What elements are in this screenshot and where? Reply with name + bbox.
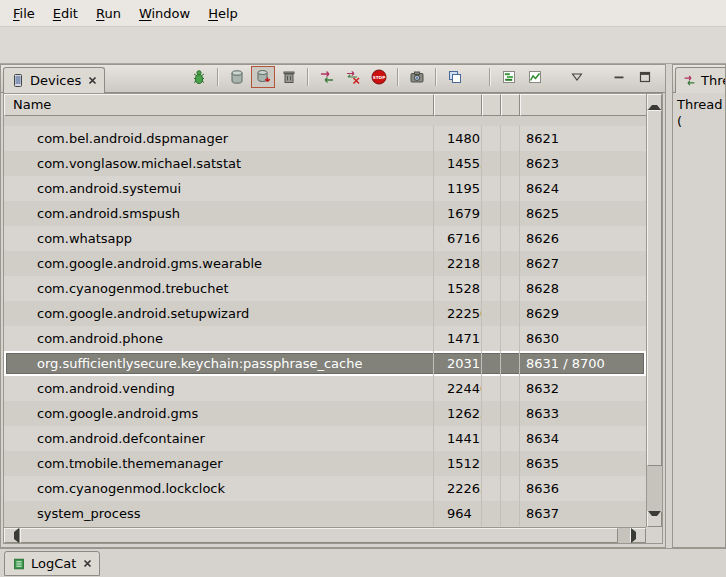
column-header-c4[interactable]: [501, 94, 520, 116]
menu-edit[interactable]: Edit: [44, 0, 87, 26]
table-row[interactable]: com.google.android.gms 12623 8633: [4, 401, 646, 426]
cell-c4: [501, 476, 520, 501]
scroll-up-button[interactable]: [647, 94, 662, 110]
table-row[interactable]: com.cyanogenmod.lockclock 22265 8636: [4, 476, 646, 501]
update-heap-button[interactable]: [225, 66, 249, 88]
column-header-name[interactable]: Name: [4, 94, 434, 116]
cell-pid: 22185: [434, 251, 482, 276]
minimize-icon: [613, 71, 625, 83]
minimize-button[interactable]: [607, 66, 631, 88]
maximize-button[interactable]: [633, 66, 657, 88]
menu-file[interactable]: File: [4, 0, 44, 26]
table-row[interactable]: com.vonglasow.michael.satstat 14553 8623: [4, 151, 646, 176]
screen-capture-icon: [409, 69, 425, 85]
devices-view-header: Devices: [1, 65, 665, 93]
table-row[interactable]: com.cyanogenmod.trebuchet 1528 8628: [4, 276, 646, 301]
cell-port: 8633: [520, 401, 646, 426]
cell-name: com.cyanogenmod.trebuchet: [4, 276, 434, 301]
update-threads-button[interactable]: [315, 66, 339, 88]
column-header-pid[interactable]: [434, 94, 482, 116]
tab-threads[interactable]: Threads: [675, 67, 726, 93]
menu-window[interactable]: Window: [130, 0, 199, 26]
table-row[interactable]: com.tmobile.thememanager 1512 8635: [4, 451, 646, 476]
cell-port: 8624: [520, 176, 646, 201]
cell-name: com.android.vending: [4, 376, 434, 401]
dump-hprof-icon: [255, 69, 271, 85]
scrollbar-corner: [646, 527, 662, 543]
cell-pid: 964: [434, 501, 482, 526]
horizontal-scrollbar[interactable]: [4, 527, 646, 543]
cell-c3: [482, 126, 501, 151]
debug-process-button[interactable]: [187, 66, 211, 88]
cell-c3: [482, 451, 501, 476]
cell-c4: [501, 501, 520, 526]
cell-pid: 1512: [434, 451, 482, 476]
close-icon[interactable]: [88, 76, 97, 85]
device-icon: [11, 73, 25, 88]
menu-run[interactable]: Run: [87, 0, 130, 26]
start-method-profiling-button[interactable]: [341, 66, 365, 88]
dump-hprof-button[interactable]: [251, 66, 275, 88]
column-header-port[interactable]: [520, 94, 646, 116]
scroll-right-button[interactable]: [630, 528, 646, 543]
main-toolbar: [0, 27, 726, 64]
device-table-grid: Name com.bel.android.dspmanager 1480 862…: [4, 94, 646, 527]
threads-message-line: Thread up: [677, 96, 721, 113]
cell-port: 8630: [520, 326, 646, 351]
threads-icon: [683, 74, 696, 87]
vertical-scroll-thumb[interactable]: [647, 110, 662, 466]
table-row[interactable]: com.bel.android.dspmanager 1480 8621: [4, 126, 646, 151]
capture-systrace-button[interactable]: [497, 66, 521, 88]
cause-gc-button[interactable]: [277, 66, 301, 88]
table-row[interactable]: com.android.smspush 1679 8625: [4, 201, 646, 226]
scroll-left-button[interactable]: [4, 528, 20, 543]
close-icon[interactable]: [83, 559, 92, 568]
tab-logcat[interactable]: LogCat: [4, 551, 100, 576]
table-row[interactable]: com.google.android.setupwizard 22250 862…: [4, 301, 646, 326]
table-row[interactable]: org.sufficientlysecure.keychain:passphra…: [4, 351, 646, 376]
table-row[interactable]: com.android.defcontainer 14411 8634: [4, 426, 646, 451]
view-menu-button[interactable]: [565, 66, 589, 88]
cell-c4: [501, 201, 520, 226]
cell-pid: 1679: [434, 201, 482, 226]
table-row[interactable]: com.android.phone 1471 8630: [4, 326, 646, 351]
threads-view-header: Threads: [673, 65, 725, 93]
cell-name: com.bel.android.dspmanager: [4, 126, 434, 151]
cell-c3: [482, 376, 501, 401]
menu-help[interactable]: Help: [199, 0, 247, 26]
column-header-c3[interactable]: [482, 94, 501, 116]
cell-c4: [501, 351, 520, 376]
cell-pid: 1471: [434, 326, 482, 351]
cell-port: 8623: [520, 151, 646, 176]
cell-name: com.android.phone: [4, 326, 434, 351]
toolbar-separator: [217, 68, 219, 86]
update-threads-icon: [319, 69, 335, 85]
horizontal-scroll-thumb[interactable]: [20, 528, 618, 543]
stop-process-button[interactable]: STOP: [367, 66, 391, 88]
capture-systrace-icon: [501, 69, 517, 85]
table-row[interactable]: com.google.android.gms.wearable 22185 86…: [4, 251, 646, 276]
ui-hierarchy-button[interactable]: [443, 66, 467, 88]
table-row[interactable]: com.whatsapp 6716 8626: [4, 226, 646, 251]
table-row[interactable]: com.android.vending 22440 8632: [4, 376, 646, 401]
cell-port: 8635: [520, 451, 646, 476]
maximize-icon: [639, 71, 651, 83]
cell-pid: 1480: [434, 126, 482, 151]
cell-port: 8625: [520, 201, 646, 226]
scroll-down-button[interactable]: [647, 511, 662, 527]
threads-message-line: (: [677, 113, 721, 130]
cell-name: com.android.systemui: [4, 176, 434, 201]
cell-name: com.tmobile.thememanager: [4, 451, 434, 476]
cell-name: com.android.defcontainer: [4, 426, 434, 451]
table-row[interactable]: system_process 964 8637: [4, 501, 646, 526]
cell-pid: 1528: [434, 276, 482, 301]
cell-c4: [501, 126, 520, 151]
cell-port: 8636: [520, 476, 646, 501]
vertical-scrollbar[interactable]: [646, 94, 662, 527]
tab-devices-label: Devices: [30, 73, 81, 88]
table-row[interactable]: com.android.systemui 1195 8624: [4, 176, 646, 201]
cell-c4: [501, 401, 520, 426]
screen-capture-button[interactable]: [405, 66, 429, 88]
start-opengl-trace-button[interactable]: [523, 66, 547, 88]
tab-devices[interactable]: Devices: [3, 67, 105, 93]
